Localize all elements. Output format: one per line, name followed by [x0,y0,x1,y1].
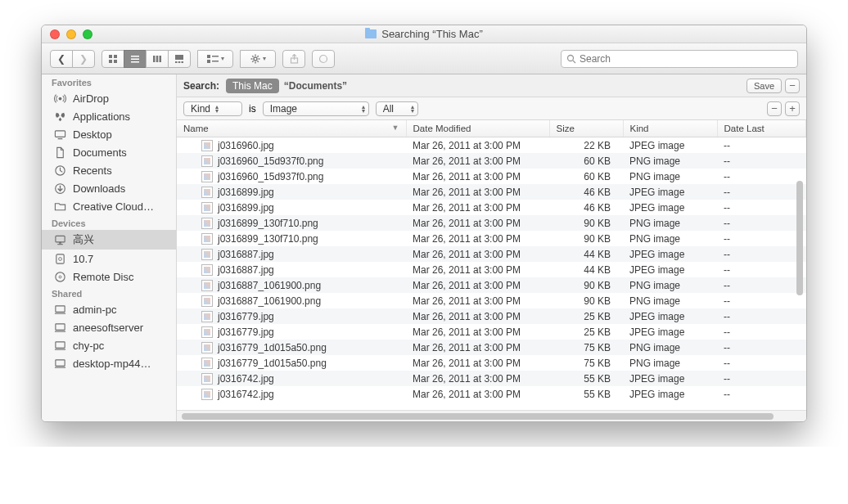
group-by: ▾ [197,50,233,68]
sidebar-item-label: admin-pc [73,304,116,316]
sidebar-item[interactable]: 10.7 [42,250,176,268]
sidebar-item[interactable]: chy-pc [42,336,176,354]
column-view-button[interactable] [146,50,169,68]
add-criteria-button[interactable]: + [785,101,800,116]
pc-icon [53,303,66,316]
criteria-value-popup[interactable]: Image ▴▾ [263,101,369,116]
sidebar-item[interactable]: Downloads [42,179,176,197]
sidebar-item-label: Downloads [73,182,125,195]
cell-last: -- [717,231,806,246]
table-row[interactable]: j0316779_1d015a50.pngMar 26, 2011 at 3:0… [177,355,806,371]
cell-last: -- [717,200,806,215]
sidebar-item[interactable]: admin-pc [42,300,176,318]
tags-button[interactable] [312,50,335,68]
svg-line-24 [257,61,258,61]
table-row[interactable]: j0316742.jpgMar 26, 2011 at 3:00 PM55 KB… [177,371,806,386]
search-field[interactable] [561,50,798,68]
sidebar-item[interactable]: desktop-mp44… [42,354,176,372]
sidebar-item[interactable]: Creative Cloud… [42,197,176,215]
table-row[interactable]: j0316960_15d937f0.pngMar 26, 2011 at 3:0… [177,169,806,184]
table-row[interactable]: j0316887_1061900.pngMar 26, 2011 at 3:00… [177,277,806,293]
cell-last: -- [717,169,806,184]
scope-this-mac[interactable]: This Mac [226,79,279,93]
remove-criteria-button[interactable]: − [767,101,782,116]
sidebar-item[interactable]: Recents [42,161,176,179]
table-row[interactable]: j0316960_15d937f0.pngMar 26, 2011 at 3:0… [177,153,806,169]
group-by-button[interactable]: ▾ [197,50,233,68]
table-row[interactable]: j0316899.jpgMar 26, 2011 at 3:00 PM46 KB… [177,200,806,215]
table-row[interactable]: j0316779.jpgMar 26, 2011 at 3:00 PM25 KB… [177,324,806,340]
search-input[interactable] [580,53,792,65]
table-row[interactable]: j0316779_1d015a50.pngMar 26, 2011 at 3:0… [177,340,806,355]
table-row[interactable]: j0316899_130f710.pngMar 26, 2011 at 3:00… [177,215,806,231]
table-row[interactable]: j0316899.jpgMar 26, 2011 at 3:00 PM46 KB… [177,184,806,200]
column-header-name[interactable]: Name▼ [177,120,406,137]
tag-icon [318,54,328,64]
file-name: j0316899.jpg [218,187,274,198]
scope-documents[interactable]: “Documents” [284,80,347,92]
cell-size: 25 KB [549,308,623,324]
cell-kind: JPEG image [623,324,717,340]
cell-date: Mar 26, 2011 at 3:00 PM [406,386,549,402]
sidebar-item[interactable]: 高兴 [42,230,176,250]
search-criteria-row: Kind ▴▾ is Image ▴▾ All ▴▾ − + [177,97,806,120]
cell-kind: PNG image [623,355,717,371]
column-header-date[interactable]: Date Modified [406,120,549,137]
criteria-attribute-popup[interactable]: Kind ▴▾ [183,101,242,116]
table-row[interactable]: j0316742.jpgMar 26, 2011 at 3:00 PM55 KB… [177,386,806,402]
gallery-view-button[interactable] [168,50,191,68]
main-panel: Search: This Mac “Documents” Save − Kind… [177,74,806,421]
sidebar-item[interactable]: Documents [42,143,176,161]
pc-icon [53,339,66,352]
results-table[interactable]: Name▼ Date Modified Size Kind Date Last … [177,120,806,410]
sidebar-item[interactable]: Remote Disc [42,268,176,286]
table-row[interactable]: j0316887.jpgMar 26, 2011 at 3:00 PM44 KB… [177,262,806,277]
svg-rect-45 [55,305,64,312]
table-row[interactable]: j0316887.jpgMar 26, 2011 at 3:00 PM44 KB… [177,246,806,262]
sidebar-item[interactable]: AirDrop [42,89,176,107]
scrollbar-thumb[interactable] [182,413,774,420]
cell-last: -- [717,386,806,402]
cell-size: 46 KB [549,184,623,200]
action-menu: ▾ [240,50,276,68]
horizontal-scrollbar[interactable] [177,410,806,421]
sidebar-item[interactable]: Applications [42,107,176,125]
sidebar-item-label: desktop-mp44… [73,358,151,370]
table-row[interactable]: j0316960.jpgMar 26, 2011 at 3:00 PM22 KB… [177,137,806,154]
svg-line-26 [257,56,258,56]
file-icon [201,264,213,276]
titlebar[interactable]: Searching “This Mac” [42,25,806,43]
cell-kind: PNG image [623,340,717,355]
file-name: j0316899_130f710.png [218,218,318,229]
table-row[interactable]: j0316779.jpgMar 26, 2011 at 3:00 PM25 KB… [177,308,806,324]
forward-button[interactable]: ❯ [72,50,95,68]
remove-scope-button[interactable]: − [785,79,800,93]
gear-icon [250,54,260,64]
sidebar-item[interactable]: aneesoftserver [42,318,176,336]
sidebar[interactable]: FavoritesAirDropApplicationsDesktopDocum… [42,74,177,421]
cell-size: 90 KB [549,215,623,231]
column-header-kind[interactable]: Kind [623,120,717,137]
cell-kind: JPEG image [623,246,717,262]
action-button[interactable]: ▾ [240,50,276,68]
scrollbar-thumb[interactable] [796,181,803,295]
vertical-scrollbar[interactable] [794,127,805,410]
table-row[interactable]: j0316887_1061900.pngMar 26, 2011 at 3:00… [177,293,806,308]
criteria-extra-popup[interactable]: All ▴▾ [376,101,418,116]
column-header-size[interactable]: Size [549,120,623,137]
icon-view-button[interactable] [101,50,124,68]
share-button[interactable] [282,50,305,68]
criteria-value-label: Image [270,103,297,115]
svg-rect-10 [175,55,183,60]
sidebar-item[interactable]: Desktop [42,125,176,143]
cell-date: Mar 26, 2011 at 3:00 PM [406,277,549,293]
list-view-button[interactable] [124,50,147,68]
svg-rect-7 [153,56,156,62]
column-header-last[interactable]: Date Last [717,120,806,137]
file-name: j0316779.jpg [218,311,274,322]
sidebar-item-label: Creative Cloud… [73,200,154,213]
save-search-button[interactable]: Save [747,79,782,93]
table-row[interactable]: j0316899_130f710.pngMar 26, 2011 at 3:00… [177,231,806,246]
cell-kind: JPEG image [623,262,717,277]
back-button[interactable]: ❮ [50,50,73,68]
